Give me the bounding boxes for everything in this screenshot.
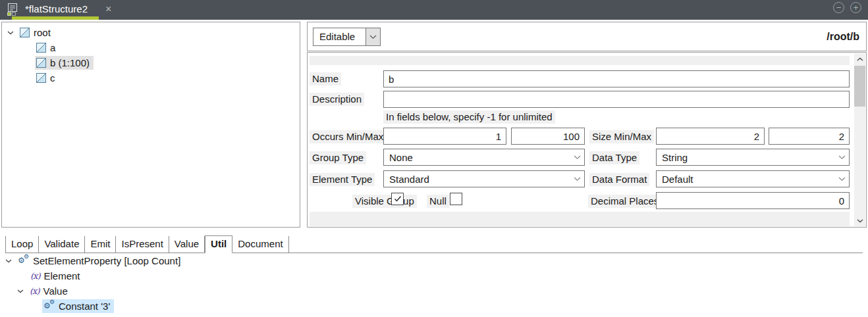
element-icon: [20, 28, 30, 37]
occurs-max-input[interactable]: [511, 128, 585, 145]
rule-item-setelementproperty[interactable]: ⚙⚙ SetElementProperty [Loop Count]: [0, 253, 868, 268]
rule-item-value[interactable]: (x) Value: [0, 283, 868, 299]
tab-util[interactable]: Util: [205, 235, 232, 253]
check-icon: [394, 195, 402, 203]
variable-icon: (x): [30, 272, 40, 280]
visible-group-checkbox[interactable]: [391, 193, 404, 205]
name-input[interactable]: [383, 70, 850, 87]
tree-item-label: root: [34, 27, 51, 38]
rule-item-element[interactable]: (x) Element: [0, 268, 868, 283]
group-type-label: Group Type: [310, 151, 366, 164]
element-type-label: Element Type: [310, 173, 375, 186]
data-format-value: Default: [657, 174, 834, 185]
expand-plus-icon[interactable]: +: [850, 2, 861, 13]
edit-mode-value: Editable: [313, 28, 366, 46]
data-format-select[interactable]: Default: [656, 170, 850, 187]
null-checkbox[interactable]: [450, 193, 462, 205]
tab-ispresent[interactable]: IsPresent: [116, 236, 169, 253]
rules-tab-bar: Loop Validate Emit IsPresent Value Util …: [5, 235, 863, 253]
collapse-minus-icon[interactable]: −: [833, 2, 844, 13]
chevron-down-icon[interactable]: [5, 259, 12, 263]
function-gears-icon: ⚙⚙: [18, 255, 30, 266]
selected-tree-item: b (1:100): [35, 56, 94, 70]
description-label: Description: [310, 93, 364, 106]
tab-value[interactable]: Value: [169, 236, 205, 253]
data-format-label: Data Format: [589, 173, 649, 186]
function-gears-icon: ⚙⚙: [43, 301, 55, 312]
variable-icon: (x): [30, 287, 39, 295]
element-type-select[interactable]: Standard: [383, 170, 585, 187]
data-type-value: String: [657, 152, 834, 163]
structure-tree-panel: root a b (1:100): [1, 22, 300, 228]
group-type-value: None: [384, 152, 570, 163]
data-type-label: Data Type: [589, 151, 639, 164]
element-path: /root/b: [827, 22, 859, 51]
form-top-strip: [310, 56, 850, 65]
scroll-down-icon[interactable]: [854, 215, 865, 226]
structure-file-icon: [6, 3, 19, 16]
size-minmax-label: Size Min/Max: [589, 130, 654, 143]
window-tab-bar: *flatStructure2 × − +: [0, 0, 868, 20]
rules-panel: Loop Validate Emit IsPresent Value Util …: [0, 232, 868, 317]
edit-mode-select[interactable]: Editable: [313, 28, 381, 46]
rule-item-constant[interactable]: ⚙⚙ Constant '3': [0, 299, 868, 314]
null-label: Null: [427, 195, 449, 208]
tree-item-b[interactable]: b (1:100): [2, 55, 300, 70]
chevron-down-icon[interactable]: [366, 28, 381, 46]
unlimited-note: In fields below, specify -1 for unlimite…: [383, 110, 555, 124]
visible-group-label: Visible Group: [352, 195, 417, 208]
description-input[interactable]: [383, 91, 850, 108]
chevron-down-icon: [570, 171, 584, 187]
size-max-input[interactable]: [769, 128, 850, 145]
rule-item-label: Element: [43, 270, 80, 281]
decimal-places-label: Decimal Places: [588, 195, 661, 208]
element-icon: [36, 73, 46, 83]
chevron-down-icon: [834, 171, 849, 187]
data-type-select[interactable]: String: [656, 149, 850, 166]
tree-item-root[interactable]: root: [2, 25, 300, 40]
tree-item-c[interactable]: c: [2, 70, 300, 85]
occurs-min-input[interactable]: [383, 128, 506, 145]
group-type-select[interactable]: None: [383, 149, 585, 166]
rule-item-label: SetElementProperty [Loop Count]: [33, 255, 180, 266]
element-editor-header: Editable /root/b: [307, 22, 867, 51]
occurs-minmax-label: Occurs Min/Max: [310, 130, 386, 143]
tab-emit[interactable]: Emit: [85, 236, 116, 253]
element-icon: [36, 58, 46, 68]
element-properties-form: Name Description In fields below, specif…: [307, 52, 867, 228]
close-icon[interactable]: ×: [103, 0, 114, 18]
tree-item-a[interactable]: a: [2, 40, 300, 55]
editor-tab[interactable]: *flatStructure2: [25, 0, 88, 18]
chevron-down-icon: [570, 149, 584, 165]
tree-item-label: b (1:100): [50, 57, 90, 68]
rule-item-label: Constant '3': [59, 301, 110, 312]
element-icon: [36, 43, 46, 53]
active-tab-underline: [12, 16, 99, 20]
element-type-value: Standard: [384, 174, 570, 185]
rule-item-label: Value: [43, 285, 67, 297]
tree-item-label: c: [50, 72, 55, 84]
form-bottom-strip: [310, 212, 850, 226]
chevron-down-icon[interactable]: [17, 289, 24, 293]
scrollbar-thumb[interactable]: [854, 66, 865, 107]
util-rule-tree: ⚙⚙ SetElementProperty [Loop Count] (x) E…: [0, 253, 868, 314]
chevron-down-icon: [834, 149, 849, 165]
scroll-up-icon[interactable]: [854, 53, 865, 64]
tree-item-label: a: [50, 42, 55, 53]
tab-validate[interactable]: Validate: [39, 236, 85, 253]
size-min-input[interactable]: [656, 128, 765, 145]
tab-document[interactable]: Document: [232, 236, 288, 253]
decimal-places-input[interactable]: [656, 192, 850, 209]
name-label: Name: [310, 72, 341, 85]
tab-loop[interactable]: Loop: [5, 236, 39, 253]
chevron-down-icon[interactable]: [7, 31, 14, 35]
form-scrollbar[interactable]: [854, 53, 865, 226]
selected-rule-item: ⚙⚙ Constant '3': [42, 299, 114, 313]
